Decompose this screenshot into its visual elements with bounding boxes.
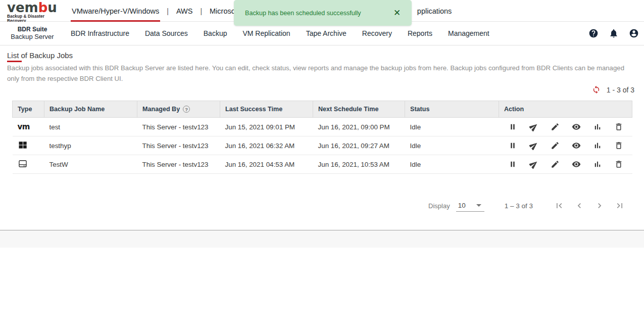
- status-cell: Idle: [405, 136, 499, 155]
- dropdown-arrow-icon: [476, 204, 481, 207]
- vembu-logo[interactable]: vembu Backup & Disaster Recovery: [7, 1, 58, 23]
- edit-icon[interactable]: [551, 141, 560, 150]
- next-page-icon[interactable]: [595, 201, 605, 211]
- menu-recovery[interactable]: Recovery: [362, 29, 392, 37]
- title-underline: [7, 61, 22, 62]
- product-tab-aws[interactable]: AWS: [176, 0, 193, 22]
- vembu-logo-wordmark: vembu: [7, 1, 58, 14]
- last-success-cell: Jun 16, 2021 04:53 AM: [220, 155, 313, 174]
- view-icon[interactable]: [572, 141, 581, 150]
- nav-separator: |: [200, 7, 202, 15]
- job-name-cell: TestW: [44, 155, 137, 174]
- refresh-icon[interactable]: [592, 85, 601, 94]
- next-schedule-cell: Jun 16, 2021, 10:53 AM: [313, 155, 405, 174]
- table-row: vm test This Server - testv123 Jun 15, 2…: [13, 118, 632, 136]
- toast-message: Backup has been scheduled successfully: [234, 10, 389, 17]
- delete-icon[interactable]: [614, 141, 623, 150]
- table-row: TestW This Server - testv123 Jun 16, 202…: [13, 155, 632, 174]
- run-now-icon[interactable]: [529, 160, 538, 169]
- backup-jobs-table: Type Backup Job Name Managed By? Last Su…: [12, 101, 632, 174]
- pause-icon[interactable]: [508, 160, 517, 169]
- column-header-type: Type: [13, 101, 44, 118]
- display-label: Display: [428, 202, 450, 210]
- view-icon[interactable]: [572, 160, 581, 169]
- column-header-status: Status: [405, 101, 499, 118]
- run-now-icon[interactable]: [529, 122, 538, 131]
- pause-icon[interactable]: [508, 122, 517, 131]
- disk-drive-icon: [18, 159, 28, 169]
- menu-reports[interactable]: Reports: [408, 29, 432, 37]
- report-chart-icon[interactable]: [593, 160, 602, 169]
- next-schedule-cell: Jun 16, 2021, 09:00 PM: [313, 118, 405, 136]
- delete-icon[interactable]: [614, 122, 623, 131]
- server-label: Backup Server: [11, 33, 54, 41]
- job-type-cell: [13, 136, 44, 155]
- job-name-cell: testhyp: [44, 136, 137, 155]
- pagination-bar: Display 10 1 – 3 of 3: [0, 196, 625, 215]
- action-cell: [499, 118, 632, 136]
- status-cell: Idle: [405, 118, 499, 136]
- product-tab-applications[interactable]: pplications: [417, 0, 452, 22]
- last-success-cell: Jun 15, 2021 09:01 PM: [220, 118, 313, 136]
- menu-tape-archive[interactable]: Tape Archive: [306, 29, 346, 37]
- last-page-icon[interactable]: [615, 201, 625, 211]
- column-header-last-success-time: Last Success Time: [220, 101, 313, 118]
- page-size-value: 10: [456, 202, 476, 209]
- action-cell: [499, 136, 632, 155]
- run-now-icon[interactable]: [529, 141, 538, 150]
- edit-icon[interactable]: [551, 122, 560, 131]
- pagination-range-label: 1 – 3 of 3: [505, 202, 533, 210]
- bdr-suite-switcher[interactable]: BDR Suite Backup Server: [7, 22, 58, 45]
- page-title: List of Backup Jobs: [7, 51, 73, 60]
- column-header-action: Action: [499, 101, 632, 118]
- last-success-cell: Jun 16, 2021 06:32 AM: [220, 136, 313, 155]
- menu-vm-replication[interactable]: VM Replication: [242, 29, 290, 37]
- column-header-next-schedule-time: Next Schedule Time: [313, 101, 405, 118]
- delete-icon[interactable]: [614, 160, 623, 169]
- managed-by-cell: This Server - testv123: [137, 155, 220, 174]
- menu-data-sources[interactable]: Data Sources: [145, 29, 188, 37]
- vmware-icon: vm: [18, 122, 30, 131]
- page-description: Backup jobs associated with this BDR Bac…: [7, 63, 633, 84]
- notifications-bell-icon[interactable]: [609, 28, 619, 38]
- menu-backup[interactable]: Backup: [204, 29, 227, 37]
- column-header-managed-by: Managed By?: [137, 101, 220, 118]
- action-cell: [499, 155, 632, 174]
- account-icon[interactable]: [629, 28, 639, 38]
- managed-by-cell: This Server - testv123: [137, 118, 220, 136]
- table-header-row: Type Backup Job Name Managed By? Last Su…: [13, 101, 632, 118]
- help-icon[interactable]: [588, 28, 599, 38]
- toast-close-icon[interactable]: ✕: [389, 6, 405, 21]
- refresh-and-count: 1 - 3 of 3: [592, 85, 634, 94]
- suite-label: BDR Suite: [18, 26, 47, 33]
- column-header-backup-job-name: Backup Job Name: [44, 101, 137, 118]
- record-range-label: 1 - 3 of 3: [607, 86, 634, 94]
- menu-management[interactable]: Management: [448, 29, 489, 37]
- managed-by-cell: This Server - testv123: [137, 136, 220, 155]
- success-toast: Backup has been scheduled successfully ✕: [234, 0, 412, 26]
- table-row: testhyp This Server - testv123 Jun 16, 2…: [13, 136, 632, 155]
- windows-icon: [18, 140, 28, 150]
- product-tab-vmware-hyperv-windows[interactable]: VMware/Hyper-V/Windows: [72, 0, 159, 22]
- view-icon[interactable]: [572, 122, 581, 131]
- pause-icon[interactable]: [508, 141, 517, 150]
- menu-bdr-infrastructure[interactable]: BDR Infrastructure: [71, 29, 129, 37]
- edit-icon[interactable]: [551, 160, 560, 169]
- pagination-nav: [554, 201, 625, 211]
- previous-page-icon[interactable]: [574, 201, 584, 211]
- report-chart-icon[interactable]: [593, 122, 602, 131]
- app-bar-icons: [588, 22, 639, 45]
- report-chart-icon[interactable]: [593, 141, 602, 150]
- managed-by-help-icon[interactable]: ?: [183, 106, 190, 113]
- next-schedule-cell: Jun 16, 2021, 09:27 AM: [313, 136, 405, 155]
- status-cell: Idle: [405, 155, 499, 174]
- job-type-cell: vm: [13, 118, 44, 136]
- first-page-icon[interactable]: [554, 201, 564, 211]
- footer-band: [0, 230, 644, 248]
- nav-separator: |: [167, 7, 169, 15]
- job-type-cell: [13, 155, 44, 174]
- job-name-cell: test: [44, 118, 137, 136]
- managed-by-label: Managed By: [142, 106, 180, 113]
- page-size-select[interactable]: 10: [456, 200, 484, 212]
